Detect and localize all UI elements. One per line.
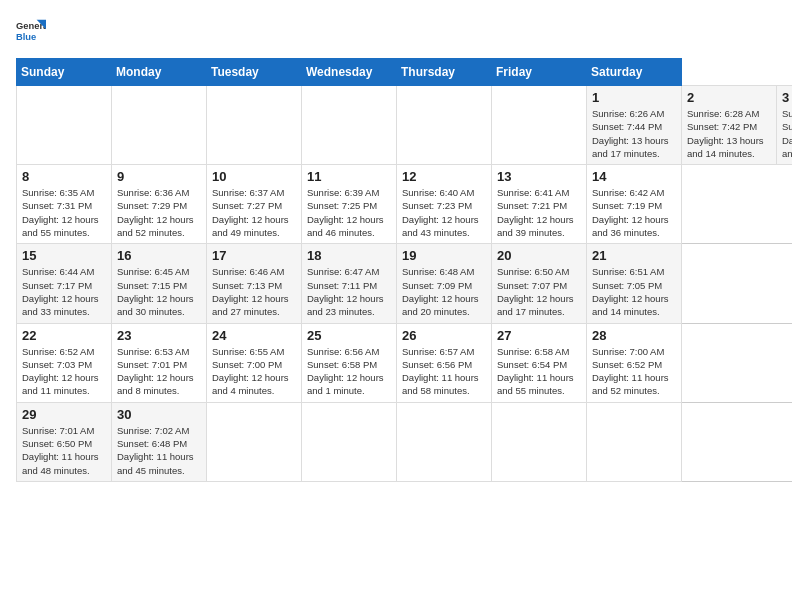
- empty-cell: [397, 86, 492, 165]
- day-number: 14: [592, 169, 676, 184]
- day-detail: Sunrise: 6:39 AMSunset: 7:25 PMDaylight:…: [307, 187, 384, 238]
- day-detail: Sunrise: 6:51 AMSunset: 7:05 PMDaylight:…: [592, 266, 669, 317]
- calendar-table: SundayMondayTuesdayWednesdayThursdayFrid…: [16, 58, 792, 482]
- day-number: 16: [117, 248, 201, 263]
- day-detail: Sunrise: 7:00 AMSunset: 6:52 PMDaylight:…: [592, 346, 669, 397]
- header-monday: Monday: [112, 59, 207, 86]
- svg-text:Blue: Blue: [16, 32, 36, 42]
- calendar-day-18: 18Sunrise: 6:47 AMSunset: 7:11 PMDayligh…: [302, 244, 397, 323]
- day-detail: Sunrise: 6:29 AMSunset: 7:40 PMDaylight:…: [782, 108, 792, 159]
- day-detail: Sunrise: 6:37 AMSunset: 7:27 PMDaylight:…: [212, 187, 289, 238]
- logo: General Blue: [16, 16, 50, 46]
- empty-cell: [587, 402, 682, 481]
- day-number: 22: [22, 328, 106, 343]
- calendar-day-20: 20Sunrise: 6:50 AMSunset: 7:07 PMDayligh…: [492, 244, 587, 323]
- calendar-week-1: 1Sunrise: 6:26 AMSunset: 7:44 PMDaylight…: [17, 86, 793, 165]
- day-detail: Sunrise: 6:41 AMSunset: 7:21 PMDaylight:…: [497, 187, 574, 238]
- day-detail: Sunrise: 6:53 AMSunset: 7:01 PMDaylight:…: [117, 346, 194, 397]
- calendar-week-2: 8Sunrise: 6:35 AMSunset: 7:31 PMDaylight…: [17, 165, 793, 244]
- calendar-day-13: 13Sunrise: 6:41 AMSunset: 7:21 PMDayligh…: [492, 165, 587, 244]
- day-detail: Sunrise: 6:40 AMSunset: 7:23 PMDaylight:…: [402, 187, 479, 238]
- calendar-day-16: 16Sunrise: 6:45 AMSunset: 7:15 PMDayligh…: [112, 244, 207, 323]
- day-detail: Sunrise: 6:44 AMSunset: 7:17 PMDaylight:…: [22, 266, 99, 317]
- empty-cell: [397, 402, 492, 481]
- calendar-day-25: 25Sunrise: 6:56 AMSunset: 6:58 PMDayligh…: [302, 323, 397, 402]
- calendar-day-12: 12Sunrise: 6:40 AMSunset: 7:23 PMDayligh…: [397, 165, 492, 244]
- day-number: 23: [117, 328, 201, 343]
- calendar-day-21: 21Sunrise: 6:51 AMSunset: 7:05 PMDayligh…: [587, 244, 682, 323]
- day-number: 10: [212, 169, 296, 184]
- calendar-header-row: SundayMondayTuesdayWednesdayThursdayFrid…: [17, 59, 793, 86]
- calendar-week-5: 29Sunrise: 7:01 AMSunset: 6:50 PMDayligh…: [17, 402, 793, 481]
- header-wednesday: Wednesday: [302, 59, 397, 86]
- logo-icon: General Blue: [16, 16, 46, 46]
- calendar-day-22: 22Sunrise: 6:52 AMSunset: 7:03 PMDayligh…: [17, 323, 112, 402]
- day-number: 1: [592, 90, 676, 105]
- day-detail: Sunrise: 6:36 AMSunset: 7:29 PMDaylight:…: [117, 187, 194, 238]
- day-detail: Sunrise: 6:52 AMSunset: 7:03 PMDaylight:…: [22, 346, 99, 397]
- calendar-day-17: 17Sunrise: 6:46 AMSunset: 7:13 PMDayligh…: [207, 244, 302, 323]
- day-detail: Sunrise: 6:35 AMSunset: 7:31 PMDaylight:…: [22, 187, 99, 238]
- empty-cell: [302, 402, 397, 481]
- calendar-day-2: 2Sunrise: 6:28 AMSunset: 7:42 PMDaylight…: [682, 86, 777, 165]
- empty-cell: [207, 86, 302, 165]
- empty-cell: [17, 86, 112, 165]
- empty-cell: [492, 402, 587, 481]
- day-number: 21: [592, 248, 676, 263]
- day-number: 24: [212, 328, 296, 343]
- header-friday: Friday: [492, 59, 587, 86]
- calendar-day-23: 23Sunrise: 6:53 AMSunset: 7:01 PMDayligh…: [112, 323, 207, 402]
- calendar-day-27: 27Sunrise: 6:58 AMSunset: 6:54 PMDayligh…: [492, 323, 587, 402]
- day-number: 30: [117, 407, 201, 422]
- calendar-day-26: 26Sunrise: 6:57 AMSunset: 6:56 PMDayligh…: [397, 323, 492, 402]
- day-number: 13: [497, 169, 581, 184]
- calendar-day-29: 29Sunrise: 7:01 AMSunset: 6:50 PMDayligh…: [17, 402, 112, 481]
- header-sunday: Sunday: [17, 59, 112, 86]
- calendar-day-30: 30Sunrise: 7:02 AMSunset: 6:48 PMDayligh…: [112, 402, 207, 481]
- day-number: 11: [307, 169, 391, 184]
- day-detail: Sunrise: 6:58 AMSunset: 6:54 PMDaylight:…: [497, 346, 574, 397]
- day-number: 2: [687, 90, 771, 105]
- day-detail: Sunrise: 6:28 AMSunset: 7:42 PMDaylight:…: [687, 108, 764, 159]
- day-detail: Sunrise: 7:02 AMSunset: 6:48 PMDaylight:…: [117, 425, 194, 476]
- day-detail: Sunrise: 6:48 AMSunset: 7:09 PMDaylight:…: [402, 266, 479, 317]
- calendar-day-8: 8Sunrise: 6:35 AMSunset: 7:31 PMDaylight…: [17, 165, 112, 244]
- day-number: 26: [402, 328, 486, 343]
- calendar-day-24: 24Sunrise: 6:55 AMSunset: 7:00 PMDayligh…: [207, 323, 302, 402]
- day-detail: Sunrise: 6:47 AMSunset: 7:11 PMDaylight:…: [307, 266, 384, 317]
- calendar-day-1: 1Sunrise: 6:26 AMSunset: 7:44 PMDaylight…: [587, 86, 682, 165]
- day-number: 3: [782, 90, 792, 105]
- day-detail: Sunrise: 6:26 AMSunset: 7:44 PMDaylight:…: [592, 108, 669, 159]
- day-number: 9: [117, 169, 201, 184]
- day-number: 19: [402, 248, 486, 263]
- day-detail: Sunrise: 6:50 AMSunset: 7:07 PMDaylight:…: [497, 266, 574, 317]
- day-number: 17: [212, 248, 296, 263]
- day-detail: Sunrise: 7:01 AMSunset: 6:50 PMDaylight:…: [22, 425, 99, 476]
- header-saturday: Saturday: [587, 59, 682, 86]
- day-number: 27: [497, 328, 581, 343]
- calendar-week-3: 15Sunrise: 6:44 AMSunset: 7:17 PMDayligh…: [17, 244, 793, 323]
- day-detail: Sunrise: 6:42 AMSunset: 7:19 PMDaylight:…: [592, 187, 669, 238]
- header-thursday: Thursday: [397, 59, 492, 86]
- calendar-day-11: 11Sunrise: 6:39 AMSunset: 7:25 PMDayligh…: [302, 165, 397, 244]
- day-number: 12: [402, 169, 486, 184]
- calendar-day-14: 14Sunrise: 6:42 AMSunset: 7:19 PMDayligh…: [587, 165, 682, 244]
- day-detail: Sunrise: 6:45 AMSunset: 7:15 PMDaylight:…: [117, 266, 194, 317]
- empty-cell: [112, 86, 207, 165]
- day-detail: Sunrise: 6:46 AMSunset: 7:13 PMDaylight:…: [212, 266, 289, 317]
- day-number: 29: [22, 407, 106, 422]
- calendar-day-9: 9Sunrise: 6:36 AMSunset: 7:29 PMDaylight…: [112, 165, 207, 244]
- day-number: 18: [307, 248, 391, 263]
- empty-cell: [207, 402, 302, 481]
- calendar-day-3: 3Sunrise: 6:29 AMSunset: 7:40 PMDaylight…: [777, 86, 793, 165]
- day-number: 25: [307, 328, 391, 343]
- empty-cell: [492, 86, 587, 165]
- day-number: 20: [497, 248, 581, 263]
- day-detail: Sunrise: 6:55 AMSunset: 7:00 PMDaylight:…: [212, 346, 289, 397]
- day-detail: Sunrise: 6:56 AMSunset: 6:58 PMDaylight:…: [307, 346, 384, 397]
- empty-cell: [302, 86, 397, 165]
- day-detail: Sunrise: 6:57 AMSunset: 6:56 PMDaylight:…: [402, 346, 479, 397]
- calendar-day-15: 15Sunrise: 6:44 AMSunset: 7:17 PMDayligh…: [17, 244, 112, 323]
- day-number: 8: [22, 169, 106, 184]
- page-header: General Blue: [16, 16, 776, 46]
